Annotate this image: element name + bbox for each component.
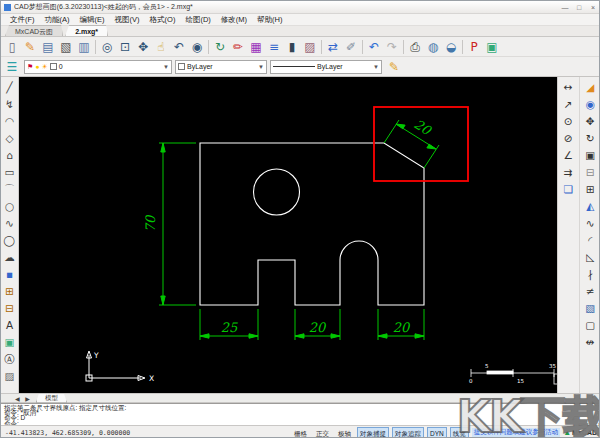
zoom-window-icon[interactable]: ⊡ [116, 38, 134, 56]
save-as-icon[interactable]: ▥ [75, 38, 93, 56]
menu-item-5[interactable]: 绘图(D) [180, 14, 215, 26]
layer-manager-icon[interactable]: ☰ [3, 58, 21, 76]
angular-dim-icon[interactable]: ∠ [560, 147, 576, 163]
toggle-对象追踪[interactable]: 对象追踪 [392, 427, 424, 438]
diameter-dim-icon[interactable]: ⊘ [560, 130, 576, 146]
zoom-object-icon[interactable]: ◉ [188, 38, 206, 56]
sync-cloud-icon[interactable]: ⇄ [324, 38, 342, 56]
zoom-icon[interactable]: ◎ [98, 38, 116, 56]
toggle-栅格[interactable]: 栅格 [291, 427, 310, 438]
web-preview-icon[interactable]: ◍ [424, 38, 442, 56]
export-pdf-icon[interactable]: P [465, 38, 483, 56]
arc-icon[interactable]: ◠ [2, 113, 18, 129]
arc-3p-icon[interactable]: ⌒ [2, 181, 18, 197]
pan-icon[interactable]: ☝ [152, 38, 170, 56]
create-block-icon[interactable]: ⊟ [2, 300, 18, 316]
open-folder-icon[interactable]: ▧ [57, 38, 75, 56]
spline-icon[interactable]: ∿ [2, 215, 18, 231]
refresh-view-icon[interactable]: ↻ [211, 38, 229, 56]
aligned-dim-icon[interactable]: ↗ [560, 96, 576, 112]
mirror-icon[interactable]: ◭ [582, 198, 598, 214]
toggle-DYN[interactable]: DYN [427, 427, 447, 438]
menu-item-3[interactable]: 视图(V) [110, 14, 145, 26]
part-hole-circle[interactable] [254, 169, 300, 215]
color-combobox[interactable]: ByLayer ▼ [175, 60, 267, 74]
array-icon[interactable]: ⊞ [582, 181, 598, 197]
offset-icon[interactable]: ⊟ [582, 164, 598, 180]
print-icon[interactable]: ⎙ [406, 38, 424, 56]
layout-tab-scroll[interactable]: ◀ ▶ [15, 395, 32, 402]
zoom-extents-icon[interactable]: ✥ [134, 38, 152, 56]
web-publish-icon[interactable]: ◒ [442, 38, 460, 56]
rectangle-icon[interactable]: ▭ [2, 164, 18, 180]
erase-icon[interactable]: ◢ [582, 79, 598, 95]
toggle-线宽[interactable]: 线宽 [450, 427, 469, 438]
insert-block-icon[interactable]: ⊞ [2, 283, 18, 299]
image-icon[interactable]: ▣ [2, 334, 18, 350]
save-icon[interactable]: ▤ [39, 38, 57, 56]
linetype-combobox[interactable]: ByLayer ▼ [270, 60, 382, 74]
line-icon[interactable]: ╱ [2, 79, 18, 95]
spline-edit-icon[interactable]: ∿ [582, 215, 598, 231]
color-palette-icon[interactable]: ▦ [247, 38, 265, 56]
minimize-button[interactable]: — [560, 4, 570, 11]
open-drawing-icon[interactable]: ✎ [21, 38, 39, 56]
text-icon[interactable]: A [2, 317, 18, 333]
linear-dim-icon[interactable]: ↔ [560, 79, 576, 95]
command-line-area[interactable]: 指定第二条尺寸界线原点: 指定尺寸线位置:命令: *取消*命令: D命令: [1, 403, 600, 425]
export-image-icon[interactable]: ▣ [483, 38, 501, 56]
copy-icon[interactable]: ◉ [582, 96, 598, 112]
circle-icon[interactable]: ○ [2, 198, 18, 214]
move-icon[interactable]: ✥ [582, 113, 598, 129]
continue-dim-icon[interactable]: ⇉ [560, 164, 576, 180]
radius-dim-icon[interactable]: ⊙ [560, 113, 576, 129]
menu-item-0[interactable]: 文件(F) [5, 14, 40, 26]
revision-cloud-icon[interactable]: ☁ [2, 249, 18, 265]
close-button[interactable]: × [588, 4, 598, 11]
mtext-icon[interactable]: ≡ [265, 38, 283, 56]
ellipse-icon[interactable]: ◯ [2, 232, 18, 248]
layout-save-icon[interactable]: ▨ [301, 38, 319, 56]
undo-icon[interactable]: ↶ [365, 38, 383, 56]
draw-pencil-icon[interactable]: ✏ [229, 38, 247, 56]
tab-current-drawing[interactable]: 2.mxg* [65, 25, 108, 36]
menu-item-4[interactable]: 格式(O) [145, 14, 181, 26]
scale-icon[interactable]: ▣ [582, 147, 598, 163]
menu-item-6[interactable]: 修改(M) [216, 14, 252, 26]
chamfer-icon[interactable]: ◺ [582, 249, 598, 265]
extend-icon[interactable]: ≠ [582, 283, 598, 299]
explode-icon[interactable]: ▧ [582, 300, 598, 316]
toggle-正交[interactable]: 正交 [313, 427, 332, 438]
tab-mxcad-cloud[interactable]: MxCAD云图 [5, 25, 63, 36]
polygon-shape-icon[interactable]: ⌂ [2, 147, 18, 163]
part-outline[interactable] [200, 143, 424, 305]
rotate-icon[interactable]: ↻ [582, 130, 598, 146]
tab-model[interactable]: 模型 [36, 394, 67, 403]
text-style-icon[interactable]: Ⓐ [2, 351, 18, 367]
new-file-icon[interactable]: ▯ [3, 38, 21, 56]
block-icon[interactable]: ▮ [283, 38, 301, 56]
menu-item-2[interactable]: 编辑(E) [75, 14, 110, 26]
menu-item-7[interactable]: 帮助(H) [252, 14, 287, 26]
properties-edit-icon[interactable]: ✎ [385, 58, 403, 76]
point-icon[interactable]: ▪ [2, 266, 18, 282]
layer-combobox[interactable]: ⚑ ● ☀ 0 ▼ [24, 60, 172, 74]
polyline-icon[interactable]: ↯ [2, 96, 18, 112]
toggle-对象捕捉[interactable]: 对象捕捉 [357, 427, 389, 438]
feedback-link[interactable]: 提交软件问题或建议参与活动 [472, 428, 561, 437]
zoom-previous-icon[interactable]: ↶ [170, 38, 188, 56]
polygon-icon[interactable]: ◇ [2, 130, 18, 146]
dim-style-icon[interactable]: ❏ [560, 181, 576, 197]
maximize-button[interactable]: □ [574, 4, 584, 11]
hatch-icon[interactable]: ▨ [2, 368, 18, 384]
drawing-canvas[interactable]: 70 25 20 20 20 5 [19, 77, 557, 393]
quick-save-icon[interactable]: ✐ [342, 38, 360, 56]
standard-toolbar: ▯✎▤▧▥◎⊡✥☝↶◉↻✏▦≡▮▨⇄✐↶↷⎙◍◒P▣ [1, 37, 600, 57]
toggle-极轴[interactable]: 极轴 [335, 427, 354, 438]
trim-icon[interactable]: ∤ [582, 266, 598, 282]
stretch-icon[interactable]: ▢ [582, 317, 598, 333]
redo-icon[interactable]: ↷ [383, 38, 401, 56]
fillet-icon[interactable]: ◜ [582, 232, 598, 248]
break-icon[interactable]: ↮ [582, 334, 598, 350]
menu-item-1[interactable]: 功能(A) [40, 14, 75, 26]
